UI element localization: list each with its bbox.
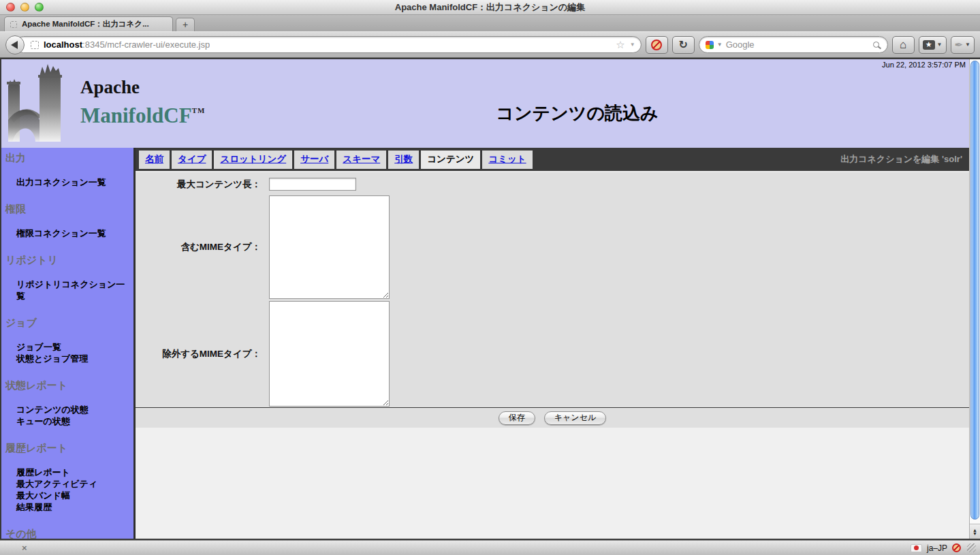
scroll-down-icon[interactable]: ▼ xyxy=(973,532,977,535)
sidebar-item-document-status[interactable]: コンテンツの状態 xyxy=(16,404,132,415)
scrollbar-arrows: ▲ ▼ xyxy=(970,524,980,539)
sidebar-heading-repository: リポジトリ xyxy=(5,254,132,266)
sidebar-item-output-connections[interactable]: 出力コネクション一覧 xyxy=(16,176,132,188)
adblock-icon xyxy=(651,39,662,50)
window-controls xyxy=(6,3,44,12)
search-bar[interactable]: ▼ Google xyxy=(699,36,888,53)
minimize-window-button[interactable] xyxy=(20,3,29,12)
browser-tab-title: Apache ManifoldCF：出力コネク... xyxy=(22,19,149,29)
save-button[interactable]: 保存 xyxy=(499,411,535,425)
url-path: :8345/mcf-crawler-ui/execute.jsp xyxy=(82,39,210,50)
tab-server[interactable]: サーバ xyxy=(294,150,334,169)
url-bar-group: localhost:8345/mcf-crawler-ui/execute.js… xyxy=(5,35,642,54)
empty-page-area xyxy=(136,428,969,539)
connection-tab-bar: 名前 タイプ スロットリング サーバ スキーマ 引数 コンテンツ コミット 出力… xyxy=(136,148,969,171)
sidebar-item-authority-connections[interactable]: 権限コネクション一覧 xyxy=(16,227,132,239)
page-title: コンテンツの読込み xyxy=(185,101,969,125)
google-logo-icon xyxy=(706,41,714,49)
zoom-window-button[interactable] xyxy=(35,3,44,12)
exclude-mime-types-textarea[interactable] xyxy=(269,301,390,407)
documents-form: 最大コンテンツ長： 含むMIMEタイプ： 除外するMIMEタイプ： xyxy=(136,172,969,408)
logo-apache: Apache xyxy=(80,77,205,98)
window-title: Apache ManifoldCF：出力コネクションの編集 xyxy=(0,1,980,14)
adblock-button[interactable] xyxy=(646,36,668,54)
tab-schema[interactable]: スキーマ xyxy=(336,150,386,169)
sidebar-item-queue-status[interactable]: キューの状態 xyxy=(16,415,132,427)
tab-type[interactable]: タイプ xyxy=(172,150,212,169)
timestamp: Jun 22, 2012 3:57:07 PM xyxy=(882,61,966,69)
vertical-scrollbar[interactable]: ▲ ▼ xyxy=(969,59,980,539)
url-bar[interactable]: localhost:8345/mcf-crawler-ui/execute.js… xyxy=(15,36,642,53)
sidebar-heading-history-reports: 履歴レポート xyxy=(5,442,132,454)
manifoldcf-bridge-logo xyxy=(4,61,75,146)
addon-button[interactable]: ✒ ▼ xyxy=(951,36,975,54)
status-bar: × ja–JP xyxy=(0,540,980,555)
bookmark-star-icon[interactable]: ☆ xyxy=(616,39,625,51)
include-mime-types-textarea[interactable] xyxy=(269,195,390,299)
sidebar-item-simple-history[interactable]: 履歴レポート xyxy=(16,466,132,478)
search-placeholder[interactable]: Google xyxy=(726,39,870,50)
site-identity-icon[interactable] xyxy=(31,41,39,49)
sidebar-item-max-bandwidth[interactable]: 最大バンド幅 xyxy=(16,490,132,501)
bookmarks-star-icon: ★ xyxy=(923,40,935,50)
main-area: 名前 タイプ スロットリング サーバ スキーマ 引数 コンテンツ コミット 出力… xyxy=(136,148,969,539)
page-header: Apache ManifoldCFTM Jun 22, 2012 3:57:07… xyxy=(1,59,969,148)
window-titlebar[interactable]: Apache ManifoldCF：出力コネクションの編集 xyxy=(0,0,980,15)
sidebar-item-result-history[interactable]: 結果履歴 xyxy=(16,501,132,513)
sidebar-heading-misc: その他 xyxy=(5,528,132,539)
tab-arguments[interactable]: 引数 xyxy=(388,150,419,169)
sidebar-item-repository-connections[interactable]: リポジトリコネクション一覧 xyxy=(16,279,132,302)
back-arrow-icon xyxy=(11,41,18,49)
japan-flag-icon xyxy=(911,544,922,552)
browser-tab[interactable]: Apache ManifoldCF：出力コネク... xyxy=(4,16,173,31)
resize-grip[interactable] xyxy=(967,543,976,552)
edit-connection-context-label: 出力コネクションを編集 'solr' xyxy=(840,153,962,165)
sidebar-item-job-list[interactable]: ジョブ一覧 xyxy=(16,341,132,353)
url-host: localhost xyxy=(44,39,82,50)
body-row: 出力 出力コネクション一覧 権限 権限コネクション一覧 リポジトリ リポジトリコ… xyxy=(1,148,969,539)
sidebar-heading-status-reports: 状態レポート xyxy=(5,379,132,392)
max-content-length-label: 最大コンテンツ長： xyxy=(136,178,269,191)
reload-icon: ↻ xyxy=(679,39,688,50)
tab-documents-active[interactable]: コンテンツ xyxy=(421,150,480,169)
page-content: Apache ManifoldCFTM Jun 22, 2012 3:57:07… xyxy=(0,58,980,540)
navigation-toolbar: localhost:8345/mcf-crawler-ui/execute.js… xyxy=(0,31,980,58)
tab-name[interactable]: 名前 xyxy=(139,150,170,169)
include-mime-types-label: 含むMIMEタイプ： xyxy=(136,241,269,253)
form-row-exclude-mime: 除外するMIMEタイプ： xyxy=(136,301,969,407)
browser-tab-strip: Apache ManifoldCF：出力コネク... + xyxy=(0,15,980,31)
max-content-length-input[interactable] xyxy=(269,178,356,191)
url-dropdown-icon[interactable]: ▼ xyxy=(630,42,635,48)
adblock-status-icon[interactable] xyxy=(952,543,961,552)
sidebar-item-max-activity[interactable]: 最大アクティビティ xyxy=(16,478,132,490)
form-row-include-mime: 含むMIMEタイプ： xyxy=(136,195,969,299)
locale-label: ja–JP xyxy=(927,543,947,553)
logo-manifoldcf-text: ManifoldCF xyxy=(80,104,192,127)
cancel-button[interactable]: キャンセル xyxy=(544,411,606,425)
addon-dropdown-icon: ▼ xyxy=(965,42,970,48)
tab-commits[interactable]: コミット xyxy=(482,150,532,169)
url-text[interactable]: localhost:8345/mcf-crawler-ui/execute.js… xyxy=(44,39,210,50)
sidebar-heading-output: 出力 xyxy=(5,152,132,164)
browser-window: Apache ManifoldCF：出力コネクションの編集 Apache Man… xyxy=(0,0,980,555)
bookmarks-dropdown-icon: ▼ xyxy=(937,42,943,48)
sidebar-item-job-status[interactable]: 状態とジョブ管理 xyxy=(16,353,132,364)
exclude-mime-types-label: 除外するMIMEタイプ： xyxy=(136,348,269,360)
sidebar: 出力 出力コネクション一覧 権限 権限コネクション一覧 リポジトリ リポジトリコ… xyxy=(1,148,133,539)
form-row-max-length: 最大コンテンツ長： xyxy=(136,175,969,193)
addon-icon: ✒ xyxy=(955,39,964,50)
scrollbar-thumb[interactable] xyxy=(970,61,979,520)
search-engine-dropdown-icon[interactable]: ▼ xyxy=(717,42,723,48)
close-statusbar-icon[interactable]: × xyxy=(22,543,27,552)
bookmarks-button[interactable]: ★ ▼ xyxy=(919,36,947,54)
favicon-placeholder-icon xyxy=(10,21,17,28)
button-band: 保存 キャンセル xyxy=(136,408,969,428)
reload-button[interactable]: ↻ xyxy=(672,36,695,54)
back-button[interactable] xyxy=(5,35,25,54)
tab-throttling[interactable]: スロットリング xyxy=(214,150,292,169)
home-button[interactable]: ⌂ xyxy=(892,36,915,54)
search-magnifier-icon[interactable] xyxy=(873,42,879,48)
close-window-button[interactable] xyxy=(6,3,15,12)
new-tab-button[interactable]: + xyxy=(176,18,195,31)
sidebar-heading-jobs: ジョブ xyxy=(5,317,132,329)
